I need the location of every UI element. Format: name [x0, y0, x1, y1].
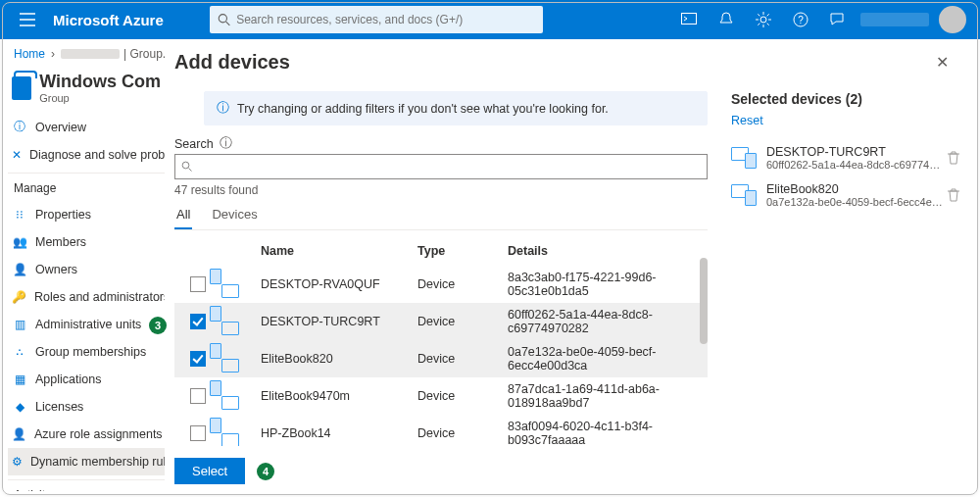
row-checkbox[interactable] [190, 425, 206, 441]
nav-roles[interactable]: 🔑Roles and administrators [8, 283, 165, 311]
nav-owners[interactable]: 👤Owners [8, 256, 165, 283]
row-type: Device [417, 389, 508, 403]
svg-line-1 [226, 22, 230, 25]
svg-rect-2 [682, 14, 697, 25]
members-icon: 👥 [12, 234, 27, 250]
selected-devices-panel: Selected devices (2) Reset DESKTOP-TURC9… [717, 81, 974, 492]
nav-properties[interactable]: ⁝⁝Properties [8, 201, 165, 228]
dynamic-rules-icon: ⚙ [12, 454, 23, 470]
filter-hint: ⓘ Try changing or adding filters if you … [204, 91, 708, 125]
settings-gear-icon[interactable] [745, 0, 782, 39]
group-title: Windows Com [39, 73, 161, 92]
licenses-icon: ◆ [12, 399, 27, 415]
device-icon [731, 147, 757, 169]
tenant-redacted [860, 13, 929, 26]
reset-link[interactable]: Reset [731, 114, 763, 127]
row-type: Device [417, 352, 508, 366]
topbar-icons: ? [670, 0, 972, 39]
nav-group-memberships[interactable]: ⛬Group memberships [8, 338, 165, 366]
tab-devices[interactable]: Devices [210, 201, 259, 229]
feedback-icon[interactable] [819, 0, 857, 39]
grid-header: Name Type Details [174, 236, 708, 266]
row-details: 60ff0262-5a1a-44ea-8dc8-c69774970282 [508, 308, 708, 335]
svg-point-6 [182, 162, 189, 169]
row-details: 0a7e132a-be0e-4059-becf-6ecc4e00d3ca [508, 345, 708, 373]
owners-icon: 👤 [12, 262, 27, 277]
row-name: EliteBook9470m [261, 389, 417, 403]
nav-dynamic-rules[interactable]: ⚙Dynamic membership rules [8, 448, 165, 475]
selected-name: DESKTOP-TURC9RT [766, 145, 943, 159]
row-name: DESKTOP-TURC9RT [261, 315, 417, 328]
nav-licenses[interactable]: ◆Licenses [8, 393, 165, 421]
row-checkbox[interactable] [190, 351, 206, 367]
group-briefcase-icon [12, 76, 31, 100]
breadcrumb-redacted [61, 49, 120, 59]
remove-icon[interactable] [947, 151, 960, 165]
info-icon: ⓘ [217, 100, 229, 117]
tab-all[interactable]: All [174, 201, 192, 229]
panel-search[interactable] [174, 154, 708, 179]
results-count: 47 results found [174, 183, 708, 197]
selected-name: EliteBook820 [766, 182, 943, 196]
selected-item: DESKTOP-TURC9RT60ff0262-5a1a-44ea-8dc8-c… [731, 139, 960, 176]
remove-icon[interactable] [947, 188, 960, 202]
row-name: HP-ZBook14 [261, 426, 417, 440]
table-row[interactable]: DESKTOP-RVA0QUFDevice8a3c3ab0-f175-4221-… [174, 266, 708, 303]
global-search-input[interactable] [236, 13, 535, 26]
global-search[interactable] [210, 6, 543, 33]
notifications-icon[interactable] [708, 0, 745, 39]
nav-members[interactable]: 👥Members [8, 228, 165, 256]
row-name: DESKTOP-RVA0QUF [261, 277, 417, 291]
nav-applications[interactable]: ▦Applications [8, 366, 165, 393]
row-details: 87a7dca1-1a69-411d-ab6a-018918aa9bd7 [508, 382, 708, 410]
device-icon [731, 184, 757, 206]
roles-icon: 🔑 [12, 289, 26, 305]
group-memberships-icon: ⛬ [12, 344, 27, 360]
step-badge-3: 3 [149, 317, 167, 334]
close-icon[interactable]: ✕ [930, 47, 955, 77]
row-checkbox[interactable] [190, 388, 206, 404]
search-icon [181, 161, 193, 173]
svg-text:?: ? [798, 15, 804, 25]
nav-admin-units[interactable]: ▥Administrative units [8, 311, 165, 338]
nav-manage-label: Manage [8, 173, 165, 201]
blade-main: ⓘ Try changing or adding filters if you … [165, 81, 717, 492]
col-details[interactable]: Details [508, 244, 708, 258]
step-badge-4: 4 [257, 463, 274, 480]
brand-label: Microsoft Azure [53, 12, 210, 28]
vertical-scrollbar[interactable] [700, 258, 708, 344]
table-row[interactable]: EliteBook820Device0a7e132a-be0e-4059-bec… [174, 340, 708, 377]
user-avatar[interactable] [939, 6, 966, 33]
breadcrumb-home[interactable]: Home [14, 47, 45, 61]
blade-title: Add devices [174, 51, 290, 74]
selected-item: EliteBook8200a7e132a-be0e-4059-becf-6ecc… [731, 176, 960, 214]
svg-point-0 [219, 15, 226, 23]
help-icon[interactable]: ? [782, 0, 819, 39]
row-checkbox[interactable] [190, 314, 206, 329]
cloud-shell-icon[interactable] [670, 0, 708, 39]
properties-icon: ⁝⁝ [12, 207, 27, 223]
hamburger-menu-icon[interactable] [8, 0, 47, 39]
selected-id: 0a7e132a-be0e-4059-becf-6ecc4e00d3ca [766, 196, 943, 208]
applications-icon: ▦ [12, 372, 27, 387]
nav-overview[interactable]: ⓘOverview [8, 114, 165, 141]
nav-diagnose[interactable]: ✕Diagnose and solve problem [8, 141, 165, 169]
selected-title: Selected devices (2) [731, 91, 960, 107]
table-row[interactable]: HP-ZBook14Device83af0094-6020-4c11-b3f4-… [174, 415, 708, 446]
col-type[interactable]: Type [417, 244, 508, 258]
row-checkbox[interactable] [190, 276, 206, 292]
table-row[interactable]: DESKTOP-TURC9RTDevice60ff0262-5a1a-44ea-… [174, 303, 708, 340]
azure-role-icon: 👤 [12, 426, 26, 442]
admin-units-icon: ▥ [12, 317, 27, 332]
selected-id: 60ff0262-5a1a-44ea-8dc8-c69774970282 [766, 159, 943, 171]
col-name[interactable]: Name [261, 244, 417, 258]
info-icon[interactable]: ⓘ [220, 135, 232, 152]
nav-azure-role[interactable]: 👤Azure role assignments [8, 421, 165, 448]
row-details: 8a3c3ab0-f175-4221-99d6-05c31e0b1da5 [508, 271, 708, 298]
row-type: Device [417, 315, 508, 328]
svg-line-7 [189, 169, 192, 172]
search-label: Search ⓘ [174, 135, 708, 152]
select-button[interactable]: Select [174, 458, 245, 484]
table-row[interactable]: EliteBook9470mDevice87a7dca1-1a69-411d-a… [174, 377, 708, 415]
add-devices-blade: Add devices ✕ ⓘ Try changing or adding f… [165, 39, 974, 491]
